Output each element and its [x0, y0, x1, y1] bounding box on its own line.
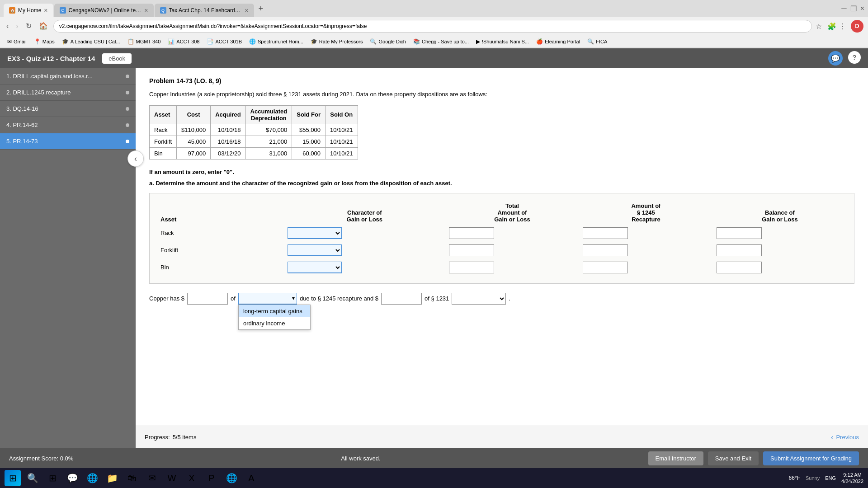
previous-button[interactable]: Previous: [836, 434, 859, 441]
close-button[interactable]: ×: [860, 5, 864, 13]
elearning-icon: 🍎: [536, 38, 543, 45]
bookmark-mgmt340[interactable]: 📋 MGMT 340: [125, 38, 164, 46]
answer-rack-label: Rack: [157, 225, 284, 242]
chat-bubble-icon[interactable]: 💬: [828, 51, 843, 66]
bookmark-fica[interactable]: 🔍 FICA: [585, 38, 610, 46]
taskbar-edge-icon[interactable]: 🌐: [84, 470, 100, 486]
taskbar-search-icon[interactable]: 🔍: [24, 470, 41, 486]
answer-forklift-balance-cell: [713, 242, 847, 259]
tab-tax[interactable]: Q Tax Acct Chp. 14 Flashcards | Qu... ×: [155, 4, 254, 17]
section-b-dropdown-trigger[interactable]: ▾: [238, 293, 297, 305]
bookmark-chegg[interactable]: 📚 Chegg - Save up to...: [410, 38, 472, 46]
taskbar-lang: ENG: [825, 475, 836, 481]
previous-section: ‹ Previous: [831, 433, 859, 441]
sidebar-item-1[interactable]: 1. DRILL.capital.gain.and.loss.r...: [0, 68, 136, 84]
answer-rack-character-select[interactable]: long-term capital gains ordinary income: [288, 227, 342, 239]
taskbar-word-icon[interactable]: W: [164, 470, 180, 486]
minimize-button[interactable]: ─: [841, 5, 846, 13]
taskbar-excel-icon[interactable]: X: [184, 470, 200, 486]
chat-icon[interactable]: 💬: [828, 51, 843, 66]
restore-button[interactable]: ❐: [850, 5, 857, 13]
bookmark-acct308[interactable]: 📊 ACCT 308: [165, 38, 202, 46]
taskbar-ppt-icon[interactable]: P: [203, 470, 220, 486]
ans-col-recapture: Amount of§ 1245Recapture: [579, 201, 713, 225]
bookmark-rmp[interactable]: 🎓 Rate My Professors: [308, 38, 366, 46]
bookmark-acct301b[interactable]: 📑 ACCT 301B: [204, 38, 245, 46]
taskbar-chrome-icon[interactable]: 🌐: [223, 470, 240, 486]
taskbar-mail-icon[interactable]: ✉: [144, 470, 160, 486]
menu-icon[interactable]: ⋮: [839, 22, 847, 30]
ebook-tab[interactable]: eBook: [102, 53, 132, 64]
answer-forklift-character-select[interactable]: long-term capital gains ordinary income: [288, 244, 342, 256]
profile-icon[interactable]: D: [851, 20, 863, 33]
dropdown-option-ltcg[interactable]: long-term capital gains: [239, 305, 310, 317]
progress-value: 5/5 items: [173, 434, 197, 441]
forklift-asset: Forklift: [150, 136, 177, 147]
forward-nav-button[interactable]: ›: [14, 20, 20, 32]
bookmark-maps[interactable]: 📍 Maps: [31, 38, 57, 46]
tab-label-1: My Home: [18, 7, 41, 14]
taskbar-chat-icon[interactable]: 💬: [64, 470, 80, 486]
new-tab-button[interactable]: +: [255, 2, 267, 15]
back-nav-button[interactable]: ‹: [5, 20, 10, 32]
url-input[interactable]: [53, 20, 812, 33]
tab-cengage[interactable]: C CengageNOWv2 | Online teachi... ×: [54, 4, 154, 17]
bookmark-shuumatsu[interactable]: ▶ !Shuumatsu Nani S...: [473, 38, 532, 46]
progress-label: Progress:: [145, 434, 170, 441]
sidebar-item-4[interactable]: 4. PR.14-62: [0, 117, 136, 133]
bookmark-gmail[interactable]: ✉ Gmail: [5, 38, 29, 46]
answer-bin-recapture-input[interactable]: [583, 262, 628, 273]
taskbar-widgets-icon[interactable]: ⊞: [44, 470, 61, 486]
section-b-of-label: of: [231, 295, 236, 302]
email-instructor-button[interactable]: Email Instructor: [648, 451, 703, 465]
address-bar: ‹ › ↻ 🏠 ☆ 🧩 ⋮ D: [0, 17, 868, 35]
app-title: EX3 - Quiz #12 - Chapter 14: [7, 55, 95, 62]
header-right: 💬 ?: [828, 51, 861, 66]
extensions-icon[interactable]: 🧩: [827, 22, 835, 30]
bookmark-elearning[interactable]: 🍎 Elearning Portal: [533, 38, 583, 46]
save-exit-button[interactable]: Save and Exit: [708, 451, 759, 465]
answer-bin-character-select[interactable]: long-term capital gains ordinary income: [288, 262, 342, 273]
section-b-dropdown[interactable]: ▾ long-term capital gains ordinary incom…: [238, 293, 297, 305]
sidebar-item-5-dot: [126, 140, 129, 143]
answer-rack-total-input[interactable]: [449, 227, 494, 239]
bookmark-csu[interactable]: 🎓 A Leading CSU | Cal...: [59, 38, 123, 46]
bookmark-star-icon[interactable]: ☆: [816, 22, 824, 30]
acct308-icon: 📊: [168, 38, 175, 45]
sidebar-collapse-button[interactable]: ‹: [127, 150, 144, 167]
taskbar-acrobat-icon[interactable]: A: [243, 470, 259, 486]
answer-rack-balance-input[interactable]: [717, 227, 762, 239]
taskbar-explorer-icon[interactable]: 📁: [104, 470, 120, 486]
start-button[interactable]: ⊞: [5, 470, 21, 486]
tab-myhome[interactable]: 🏠 My Home ×: [4, 4, 53, 17]
tab-close-1[interactable]: ×: [44, 7, 47, 14]
bookmark-google-dich[interactable]: 🔍 Google Dich: [367, 38, 409, 46]
submit-assignment-button[interactable]: Submit Assignment for Grading: [763, 451, 859, 465]
bookmark-spectrum[interactable]: 🌐 Spectrum.net Hom...: [246, 38, 306, 46]
section-b-input1[interactable]: [187, 293, 228, 305]
sidebar: 1. DRILL.capital.gain.and.loss.r... 2. D…: [0, 68, 136, 448]
answer-forklift-balance-input[interactable]: [717, 244, 762, 256]
taskbar-store-icon[interactable]: 🛍: [124, 470, 140, 486]
answer-bin-balance-input[interactable]: [717, 262, 762, 273]
sidebar-item-5[interactable]: 5. PR.14-73: [0, 133, 136, 150]
tab-close-3[interactable]: ×: [245, 7, 248, 14]
sidebar-item-2-label: 2. DRILL.1245.recapture: [6, 89, 71, 96]
answer-forklift-total-input[interactable]: [449, 244, 494, 256]
sidebar-item-3[interactable]: 3. DQ.14-16: [0, 101, 136, 117]
dropdown-option-oi[interactable]: ordinary income: [239, 317, 310, 329]
bookmark-shuumatsu-label: !Shuumatsu Nani S...: [482, 39, 529, 44]
refresh-button[interactable]: ↻: [24, 20, 33, 32]
answer-rack-recapture-input[interactable]: [583, 227, 628, 239]
answer-forklift-recapture-input[interactable]: [583, 244, 628, 256]
tab-close-2[interactable]: ×: [144, 7, 148, 14]
sidebar-item-2[interactable]: 2. DRILL.1245.recapture: [0, 84, 136, 101]
section-b-select2[interactable]: long-term capital gains ordinary income …: [452, 293, 506, 305]
section-b-input2[interactable]: [381, 293, 422, 305]
help-icon[interactable]: ?: [848, 51, 861, 64]
answer-bin-total-input[interactable]: [449, 262, 494, 273]
score-value: 0.0%: [60, 455, 74, 462]
bookmark-maps-label: Maps: [42, 39, 55, 44]
home-button[interactable]: 🏠: [37, 20, 50, 32]
tab-favicon-1: 🏠: [9, 7, 15, 14]
